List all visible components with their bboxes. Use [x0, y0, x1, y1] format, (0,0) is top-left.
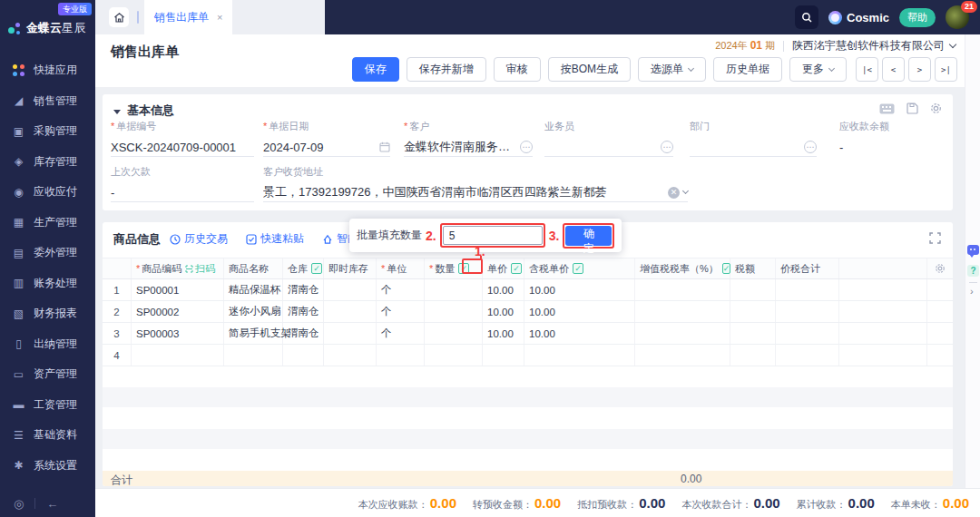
lookup-icon[interactable]: ⋯ — [520, 141, 533, 153]
history-documents-button[interactable]: 历史单据 — [713, 57, 782, 82]
keyboard-icon[interactable] — [879, 103, 895, 114]
cell-product-code[interactable]: SP00001 — [132, 279, 224, 300]
bill-no-input[interactable]: XSCK-20240709-00001 — [111, 138, 254, 157]
fullscreen-expand-icon[interactable] — [929, 232, 941, 244]
cell-unit[interactable]: 个 — [377, 279, 425, 300]
salesman-input[interactable]: ⋯ — [544, 138, 673, 157]
sidebar-item-inventory-mgmt[interactable]: ◈库存管理 — [0, 147, 95, 178]
lookup-icon[interactable]: ⋯ — [661, 141, 673, 153]
cell-warehouse[interactable]: 渭南仓 — [283, 323, 324, 344]
sidebar-item-purchase-mgmt[interactable]: ▣采购管理 — [0, 116, 95, 147]
sidebar-item-payroll-mgmt[interactable]: ▬工资管理 — [0, 390, 95, 421]
cell-qty[interactable] — [425, 323, 483, 344]
confirm-button[interactable]: 确定 — [565, 226, 612, 246]
quick-paste-link[interactable]: 快速粘贴 — [246, 231, 304, 247]
sidebar-item-ar-ap[interactable]: ◉应收应付 — [0, 177, 95, 208]
cell-qty[interactable] — [425, 301, 483, 322]
calendar-icon[interactable] — [379, 141, 390, 152]
help-button[interactable]: 帮助 — [899, 8, 936, 27]
department-input[interactable]: ⋯ — [690, 138, 817, 157]
home-button[interactable] — [109, 7, 129, 27]
sidebar-gear-icon[interactable]: ◎ — [14, 497, 24, 511]
tab-sales-outbound[interactable]: 销售出库单 × — [144, 0, 232, 34]
cell-warehouse[interactable]: 渭南仓 — [283, 279, 324, 300]
cell-product-name[interactable]: 简易手机支架 — [224, 323, 283, 344]
table-row[interactable]: 1 SP00001 精品保温杯 渭南仓 个 10.00 10.00 — [103, 279, 953, 301]
global-search-button[interactable] — [795, 5, 818, 29]
field-shipping-address: 客户收货地址 景工，17392199726，中国陕西省渭南市临渭区西四路紫兰新都… — [263, 165, 688, 202]
cell-product-name[interactable]: 迷你小风扇 — [224, 301, 283, 322]
save-template-icon[interactable] — [906, 102, 918, 114]
sidebar-item-financial-reports[interactable]: ▧财务报表 — [0, 298, 95, 329]
sidebar-item-system-settings[interactable]: ✱系统设置 — [0, 451, 95, 482]
tab-divider — [137, 11, 139, 24]
cell-unit[interactable]: 个 — [377, 323, 425, 344]
cell-unit[interactable]: 个 — [377, 301, 425, 322]
product-info-card: 商品信息 历史交易 快速粘贴 智能识别 商品编码 扫 — [103, 222, 953, 486]
company-selector[interactable]: 陕西洺宇慧创软件科技有限公司 — [792, 38, 956, 54]
sidebar-item-cashier-mgmt[interactable]: ▯出纳管理 — [0, 329, 95, 360]
help-question-icon[interactable]: ? — [967, 265, 979, 277]
cell-tax-rate[interactable] — [635, 301, 730, 322]
cell-tax-rate[interactable] — [635, 279, 730, 300]
sidebar-item-production-mgmt[interactable]: ▦生产管理 — [0, 208, 95, 239]
next-record-button[interactable]: > — [908, 57, 931, 82]
gear-icon[interactable] — [930, 102, 942, 114]
cell-product-code[interactable]: SP00002 — [132, 301, 224, 322]
table-header: 商品编码 扫码 商品名称 仓库 即时库存 单位 数量 单价 含税单价 增值税税率… — [103, 258, 953, 279]
sidebar-item-base-data[interactable]: ☰基础资料 — [0, 420, 95, 451]
save-button[interactable]: 保存 — [352, 57, 399, 82]
warehouse-batch-checkbox[interactable] — [311, 263, 322, 274]
table-row[interactable]: 3 SP00003 简易手机支架 渭南仓 个 10.00 10.00 — [103, 323, 953, 345]
chevron-down-icon[interactable] — [682, 188, 689, 194]
price-batch-checkbox[interactable] — [511, 263, 522, 274]
cell-product-code[interactable] — [132, 345, 224, 366]
customer-input[interactable]: 金蝶软件渭南服务中心 ⋯ — [404, 138, 533, 157]
cosmic-assistant[interactable]: Cosmic — [828, 11, 889, 24]
cell-tax-price[interactable]: 10.00 — [524, 279, 635, 300]
column-settings-gear-icon[interactable] — [935, 263, 946, 274]
bill-date-input[interactable]: 2024-07-09 — [263, 138, 390, 157]
cell-tax-price[interactable]: 10.00 — [524, 301, 635, 322]
cell-product-name[interactable]: 精品保温杯 — [224, 279, 283, 300]
bill-date-value: 2024-07-09 — [263, 141, 376, 154]
tab-close-icon[interactable]: × — [217, 12, 222, 23]
last-record-button[interactable]: >| — [935, 57, 957, 82]
sidebar-item-outsourcing-mgmt[interactable]: ▤委外管理 — [0, 238, 95, 268]
cell-price[interactable]: 10.00 — [483, 301, 524, 322]
tax-price-batch-checkbox[interactable] — [573, 263, 583, 274]
table-row[interactable]: 2 SP00002 迷你小风扇 渭南仓 个 10.00 10.00 — [103, 301, 953, 323]
prev-record-button[interactable]: < — [882, 57, 905, 82]
tax-rate-batch-checkbox[interactable] — [722, 263, 731, 274]
clear-icon[interactable]: ✕ — [668, 187, 680, 199]
sidebar-collapse-icon[interactable]: ← — [46, 497, 58, 511]
sidebar-item-accounting[interactable]: ▥账务处理 — [0, 268, 95, 299]
cell-qty[interactable] — [425, 279, 483, 300]
cell-product-code[interactable]: SP00003 — [132, 323, 224, 344]
sidebar-item-quick-apps[interactable]: 快捷应用 — [0, 55, 95, 86]
shipping-address-input[interactable]: 景工，17392199726，中国陕西省渭南市临渭区西四路紫兰新都荟 ✕ — [263, 183, 688, 202]
lookup-icon[interactable]: ⋯ — [804, 141, 817, 153]
audit-button[interactable]: 审核 — [494, 57, 541, 82]
generate-by-bom-button[interactable]: 按BOM生成 — [548, 57, 631, 82]
sidebar-item-sales-mgmt[interactable]: ◢销售管理 — [0, 86, 95, 117]
save-and-new-button[interactable]: 保存并新增 — [407, 57, 486, 82]
cell-price[interactable]: 10.00 — [483, 323, 524, 344]
more-button[interactable]: 更多 — [789, 57, 847, 82]
history-trade-link[interactable]: 历史交易 — [170, 231, 228, 247]
first-record-button[interactable]: |< — [856, 57, 878, 82]
table-row[interactable]: 4 — [103, 345, 953, 366]
expand-panel-arrow-icon[interactable]: › — [970, 286, 974, 297]
cell-warehouse[interactable]: 渭南仓 — [283, 301, 324, 322]
cell-tax-rate[interactable] — [635, 323, 730, 344]
summary-label: 本次收款合计： — [681, 498, 751, 512]
cell-price[interactable]: 10.00 — [483, 279, 524, 300]
sidebar-item-asset-mgmt[interactable]: ▭资产管理 — [0, 359, 95, 390]
select-source-order-button[interactable]: 选源单 — [638, 57, 706, 82]
chat-feedback-icon[interactable] — [967, 245, 979, 255]
scan-code-button[interactable]: 扫码 — [185, 262, 215, 276]
batch-qty-input[interactable] — [443, 226, 543, 245]
avatar[interactable]: 21 — [946, 5, 969, 29]
basic-info-section-header[interactable]: 基本信息 — [113, 102, 174, 119]
cell-tax-price[interactable]: 10.00 — [524, 323, 635, 344]
